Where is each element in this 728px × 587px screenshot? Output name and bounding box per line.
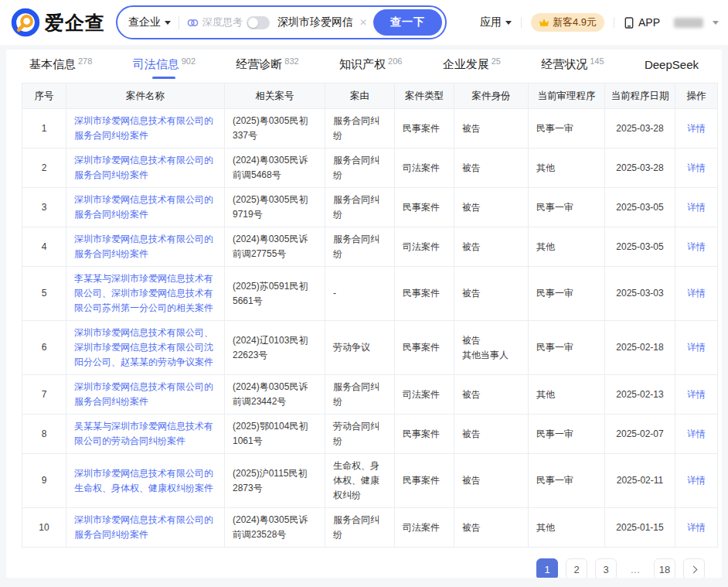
table-row: 2深圳市珍爱网信息技术有限公司的服务合同纠纷案件(2024)粤0305民诉前调5… [22, 148, 718, 188]
tab-bar: 基本信息278司法信息902经营诊断832知识产权206企业发展25经营状况14… [6, 49, 722, 79]
case-name-link[interactable]: 深圳市珍爱网信息技术有限公司的服务合同纠纷案件 [74, 514, 213, 540]
page-button-3[interactable]: 3 [595, 558, 617, 578]
chevron-down-icon [165, 21, 171, 25]
case-name-link[interactable]: 深圳市珍爱网信息技术有限公司的服务合同纠纷案件 [74, 155, 213, 180]
search-button[interactable]: 查一下 [373, 9, 442, 36]
case-index: 9 [22, 454, 66, 508]
deep-think-icon [187, 17, 199, 29]
tab-basic-info[interactable]: 基本信息278 [29, 49, 92, 79]
case-action-cell: 详情 [675, 454, 718, 508]
clear-icon[interactable]: ✕ [359, 17, 367, 28]
page-button-1[interactable]: 1 [536, 558, 558, 578]
column-header: 当前程序日期 [605, 84, 675, 109]
page-button-18[interactable]: 18 [654, 558, 675, 578]
app-download[interactable]: APP [624, 16, 660, 29]
detail-link[interactable]: 详情 [687, 123, 706, 134]
search-category-label: 查企业 [128, 15, 161, 29]
cases-table-wrap: 序号案件名称相关案号案由案件类型案件身份当前审理程序当前程序日期操作 1深圳市珍… [22, 83, 717, 548]
case-procedure: 民事一审 [529, 109, 605, 148]
case-name-link[interactable]: 深圳市珍爱网信息技术有限公司的服务合同纠纷案件 [74, 234, 213, 259]
case-date: 2025-02-13 [605, 375, 675, 415]
tab-judicial-info[interactable]: 司法信息902 [133, 49, 196, 79]
case-name-cell: 深圳市珍爱网信息技术有限公司的生命权、身体权、健康权纠纷案件 [66, 454, 225, 508]
crown-icon [539, 18, 549, 27]
detail-link[interactable]: 详情 [687, 202, 706, 213]
case-date: 2025-02-11 [605, 454, 675, 508]
case-index: 7 [22, 375, 66, 415]
next-page-button[interactable] [683, 558, 705, 578]
tab-business-diagnosis[interactable]: 经营诊断832 [236, 49, 298, 79]
case-role: 被告 [454, 454, 529, 508]
case-role: 被告 [454, 415, 529, 454]
case-action-cell: 详情 [675, 148, 718, 188]
search-input[interactable] [277, 16, 353, 29]
app-label: APP [638, 16, 660, 29]
logo-text: 爱企查 [45, 10, 105, 36]
table-row: 5李某某与深圳市珍爱网信息技术有限公司、深圳市珍爱网信息技术有限公司苏州第一分公… [22, 267, 718, 321]
case-type: 司法案件 [395, 508, 454, 548]
case-cause: 服务合同纠纷 [325, 508, 395, 548]
chevron-down-icon[interactable] [713, 21, 719, 25]
case-action-cell: 详情 [675, 267, 718, 321]
promo-label: 新客4.9元 [553, 15, 597, 29]
deep-think-switch[interactable] [247, 16, 270, 29]
case-name-link[interactable]: 李某某与深圳市珍爱网信息技术有限公司、深圳市珍爱网信息技术有限公司苏州第一分公司… [74, 273, 213, 313]
tab-operating-status[interactable]: 经营状况145 [541, 49, 604, 79]
tab-intellectual-property[interactable]: 知识产权206 [339, 49, 402, 79]
tab-label: 基本信息 [29, 57, 76, 72]
case-index: 3 [22, 188, 66, 227]
divider [179, 15, 179, 29]
tab-enterprise-development[interactable]: 企业发展25 [443, 49, 501, 79]
case-procedure: 民事一审 [529, 454, 605, 508]
case-cause: 劳动争议 [325, 321, 395, 375]
case-name-link[interactable]: 深圳市珍爱网信息技术有限公司的服务合同纠纷案件 [74, 115, 213, 141]
case-name-link[interactable]: 深圳市珍爱网信息技术有限公司的生命权、身体权、健康权纠纷案件 [74, 468, 213, 493]
tab-count: 145 [590, 56, 604, 66]
case-procedure: 民事一审 [529, 415, 605, 454]
case-cause: 服务合同纠纷 [325, 375, 395, 415]
detail-link[interactable]: 详情 [687, 241, 706, 252]
case-type: 司法案件 [395, 148, 454, 188]
detail-link[interactable]: 详情 [687, 389, 706, 400]
aiqicha-logo-icon [11, 8, 40, 37]
avatar[interactable] [674, 18, 703, 28]
logo[interactable]: 爱企查 [11, 8, 105, 37]
case-cause: 服务合同纠纷 [325, 227, 395, 267]
content-card: 基本信息278司法信息902经营诊断832知识产权206企业发展25经营状况14… [6, 49, 722, 578]
case-name-link[interactable]: 深圳市珍爱网信息技术有限公司的服务合同纠纷案件 [74, 194, 213, 220]
detail-link[interactable]: 详情 [687, 475, 706, 486]
table-row: 10深圳市珍爱网信息技术有限公司的服务合同纠纷案件(2024)粤0305民诉前调… [22, 508, 718, 548]
tab-count: 25 [492, 56, 501, 66]
apps-menu[interactable]: 应用 [480, 15, 512, 29]
case-date: 2025-03-05 [605, 227, 675, 267]
detail-link[interactable]: 详情 [687, 162, 706, 173]
pagination-ellipsis: … [624, 558, 646, 578]
detail-link[interactable]: 详情 [687, 522, 706, 533]
app-icon [624, 17, 634, 29]
case-name-cell: 深圳市珍爱网信息技术有限公司的服务合同纠纷案件 [66, 148, 225, 188]
detail-link[interactable]: 详情 [687, 428, 706, 439]
case-action-cell: 详情 [675, 188, 718, 227]
case-role: 被告 [454, 267, 529, 321]
tab-deepseek[interactable]: DeepSeek [645, 49, 699, 79]
case-number: (2024)辽0103民初22623号 [225, 321, 325, 375]
case-number: (2025)粤0305民初337号 [225, 109, 325, 148]
detail-link[interactable]: 详情 [687, 342, 706, 353]
page-button-2[interactable]: 2 [566, 558, 587, 578]
case-date: 2025-03-05 [605, 188, 675, 227]
detail-link[interactable]: 详情 [687, 288, 706, 299]
case-procedure: 民事一审 [529, 321, 605, 375]
case-name-link[interactable]: 深圳市珍爱网信息技术有限公司、深圳市珍爱网信息技术有限公司沈阳分公司、赵某某的劳… [74, 327, 213, 367]
case-index: 4 [22, 227, 66, 267]
case-type: 民事案件 [395, 188, 454, 227]
search-category-dropdown[interactable]: 查企业 [128, 15, 171, 29]
case-number: (2025)鄂0104民初1061号 [225, 415, 325, 454]
case-name-link[interactable]: 深圳市珍爱网信息技术有限公司的服务合同纠纷案件 [74, 381, 213, 407]
deep-think-group[interactable]: 深度思考 [187, 15, 270, 29]
case-name-link[interactable]: 吴某某与深圳市珍爱网信息技术有限公司的劳动合同纠纷案件 [74, 421, 213, 446]
case-cause: 劳动合同纠纷 [325, 415, 395, 454]
promo-badge[interactable]: 新客4.9元 [531, 13, 604, 32]
case-name-cell: 深圳市珍爱网信息技术有限公司的服务合同纠纷案件 [66, 188, 225, 227]
table-row: 1深圳市珍爱网信息技术有限公司的服务合同纠纷案件(2025)粤0305民初337… [22, 109, 718, 148]
case-number: (2024)粤0305民诉前调5468号 [225, 148, 325, 188]
